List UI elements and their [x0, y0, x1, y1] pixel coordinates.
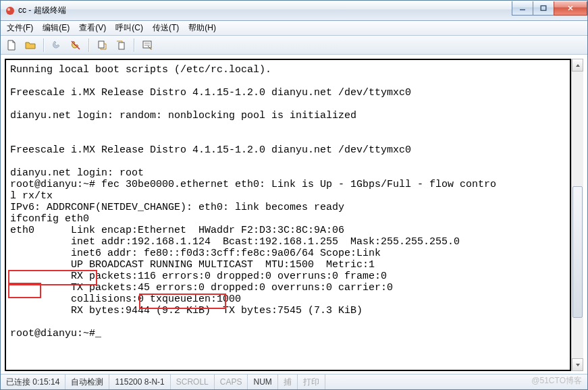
menu-edit[interactable]: 编辑(E)	[38, 21, 74, 35]
menu-view[interactable]: 查看(V)	[74, 21, 111, 35]
menu-bar: 文件(F) 编辑(E) 查看(V) 呼叫(C) 传送(T) 帮助(H)	[1, 21, 587, 36]
toolbar-separator	[88, 38, 89, 52]
scroll-thumb[interactable]	[572, 186, 583, 318]
minimize-button[interactable]	[512, 1, 533, 16]
status-detect: 自动检测	[65, 374, 109, 389]
status-port: 115200 8-N-1	[109, 374, 170, 389]
status-scroll: SCROLL	[171, 374, 215, 389]
status-print: 打印	[298, 374, 325, 389]
terminal-text[interactable]: Running local boot scripts (/etc/rc.loca…	[10, 64, 568, 339]
svg-rect-4	[119, 43, 124, 49]
properties-button[interactable]	[139, 37, 155, 53]
terminal-area: Running local boot scripts (/etc/rc.loca…	[1, 55, 587, 374]
disconnect-button[interactable]	[68, 37, 84, 53]
scroll-track[interactable]	[572, 70, 583, 360]
status-num: NUM	[248, 374, 277, 389]
open-button[interactable]	[22, 37, 38, 53]
window-title: cc - 超级终端	[18, 5, 66, 16]
app-window: cc - 超级终端 文件(F) 编辑(E) 查看(V) 呼叫(C) 传送(T) …	[0, 0, 588, 390]
menu-transfer[interactable]: 传送(T)	[148, 21, 184, 35]
svg-rect-5	[143, 41, 151, 48]
svg-rect-2	[541, 5, 546, 10]
terminal-output[interactable]: Running local boot scripts (/etc/rc.loca…	[10, 64, 568, 366]
title-bar[interactable]: cc - 超级终端	[1, 1, 587, 21]
maximize-button[interactable]	[533, 1, 554, 16]
toolbar	[1, 36, 587, 55]
connect-button[interactable]	[49, 37, 65, 53]
menu-file[interactable]: 文件(F)	[2, 21, 38, 35]
app-icon	[5, 5, 16, 16]
svg-point-0	[6, 7, 14, 15]
close-button[interactable]	[554, 1, 587, 16]
menu-help[interactable]: 帮助(H)	[184, 21, 221, 35]
new-doc-button[interactable]	[3, 37, 20, 53]
status-capture: 捕	[278, 374, 298, 389]
window-buttons	[512, 1, 587, 15]
svg-rect-3	[99, 41, 104, 48]
vertical-scrollbar[interactable]	[571, 59, 583, 371]
status-caps: CAPS	[215, 374, 248, 389]
toolbar-separator	[43, 38, 44, 52]
scroll-down-button[interactable]	[572, 358, 583, 371]
status-connection: 已连接 0:15:14	[1, 374, 65, 389]
svg-point-1	[7, 8, 10, 11]
receive-button[interactable]	[113, 37, 129, 53]
send-button[interactable]	[94, 37, 110, 53]
status-bar: 已连接 0:15:14 自动检测 115200 8-N-1 SCROLL CAP…	[1, 374, 587, 389]
toolbar-separator	[134, 38, 134, 52]
terminal-frame: Running local boot scripts (/etc/rc.loca…	[5, 59, 571, 371]
menu-call[interactable]: 呼叫(C)	[111, 21, 148, 35]
